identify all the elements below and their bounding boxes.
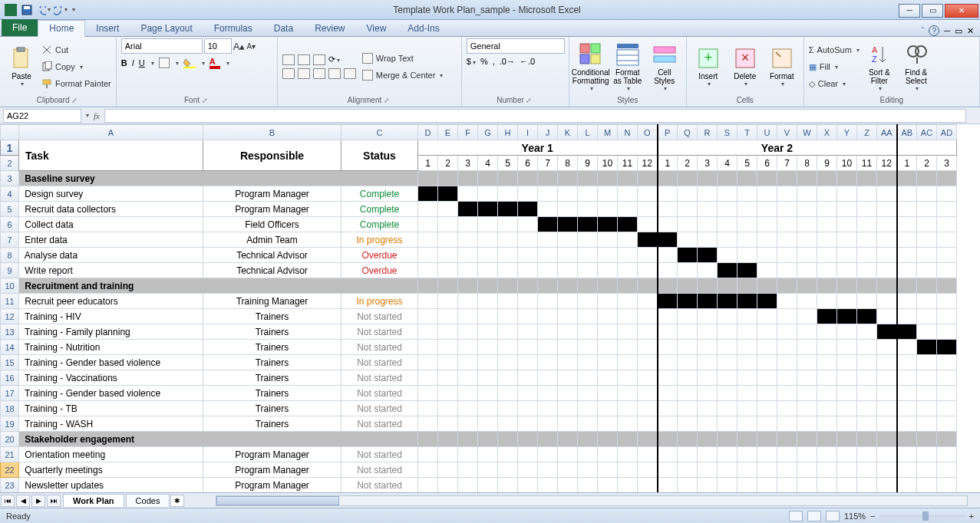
gantt-cell[interactable]	[458, 309, 478, 324]
gantt-cell[interactable]	[737, 447, 757, 462]
gantt-cell[interactable]	[897, 355, 917, 370]
cell-responsible[interactable]: Program Manager	[203, 447, 342, 462]
gantt-cell[interactable]	[897, 232, 917, 248]
col-S[interactable]: S	[718, 125, 737, 140]
col-AC[interactable]: AC	[917, 125, 937, 140]
row-7[interactable]: 7	[1, 232, 19, 248]
cell-task[interactable]: Quarterly meetings	[19, 462, 203, 478]
horizontal-scrollbar[interactable]	[216, 495, 968, 506]
gantt-cell[interactable]	[598, 324, 618, 340]
cell-styles-button[interactable]: Cell Styles▾	[648, 41, 681, 92]
gantt-cell[interactable]	[418, 186, 438, 202]
col-L[interactable]: L	[578, 125, 598, 140]
gantt-cell[interactable]	[877, 447, 897, 462]
gantt-cell[interactable]	[877, 401, 897, 416]
gantt-cell[interactable]	[718, 263, 737, 278]
gantt-cell[interactable]	[518, 447, 538, 462]
gantt-cell[interactable]	[737, 478, 757, 493]
gantt-cell[interactable]	[518, 294, 538, 309]
gantt-cell[interactable]	[578, 202, 598, 217]
gantt-cell[interactable]	[837, 232, 857, 248]
gantt-cell[interactable]	[897, 447, 917, 462]
col-AA[interactable]: AA	[877, 125, 897, 140]
gantt-cell[interactable]	[797, 324, 817, 340]
gantt-cell[interactable]	[917, 324, 937, 340]
gantt-cell[interactable]	[857, 217, 877, 232]
gantt-cell[interactable]	[897, 324, 917, 340]
gantt-cell[interactable]	[618, 462, 638, 478]
row-9[interactable]: 9	[1, 263, 19, 278]
gantt-cell[interactable]	[757, 248, 777, 263]
gantt-cell[interactable]	[498, 248, 518, 263]
gantt-cell[interactable]	[498, 263, 518, 278]
gantt-cell[interactable]	[757, 294, 777, 309]
gantt-cell[interactable]	[877, 294, 897, 309]
gantt-cell[interactable]	[458, 202, 478, 217]
gantt-cell[interactable]	[658, 340, 678, 355]
gantt-cell[interactable]	[937, 478, 957, 493]
gantt-cell[interactable]	[618, 232, 638, 248]
gantt-cell[interactable]	[737, 263, 757, 278]
gantt-cell[interactable]	[558, 478, 578, 493]
gantt-cell[interactable]	[578, 401, 598, 416]
gantt-cell[interactable]	[757, 355, 777, 370]
gantt-cell[interactable]	[698, 232, 718, 248]
gantt-cell[interactable]	[837, 263, 857, 278]
gantt-cell[interactable]	[538, 370, 558, 386]
gantt-cell[interactable]	[478, 232, 498, 248]
gantt-cell[interactable]	[837, 447, 857, 462]
gantt-cell[interactable]	[718, 202, 737, 217]
gantt-cell[interactable]	[817, 478, 837, 493]
col-V[interactable]: V	[777, 125, 797, 140]
gantt-cell[interactable]	[658, 217, 678, 232]
gantt-cell[interactable]	[757, 478, 777, 493]
gantt-cell[interactable]	[917, 447, 937, 462]
cell-responsible[interactable]: Technical Advisor	[203, 263, 342, 278]
cell-responsible[interactable]: Training Manager	[203, 294, 342, 309]
gantt-cell[interactable]	[578, 340, 598, 355]
gantt-cell[interactable]	[438, 202, 458, 217]
gantt-cell[interactable]	[618, 416, 638, 432]
cell-responsible[interactable]: Trainers	[203, 370, 342, 386]
gantt-cell[interactable]	[777, 447, 797, 462]
gantt-cell[interactable]	[658, 370, 678, 386]
gantt-cell[interactable]	[518, 462, 538, 478]
gantt-cell[interactable]	[698, 401, 718, 416]
gantt-cell[interactable]	[718, 370, 737, 386]
gantt-cell[interactable]	[877, 340, 897, 355]
gantt-cell[interactable]	[438, 416, 458, 432]
gantt-cell[interactable]	[558, 386, 578, 401]
gantt-cell[interactable]	[877, 478, 897, 493]
gantt-cell[interactable]	[877, 217, 897, 232]
gantt-cell[interactable]	[678, 186, 698, 202]
gantt-cell[interactable]	[877, 309, 897, 324]
gantt-cell[interactable]	[438, 248, 458, 263]
gantt-cell[interactable]	[438, 294, 458, 309]
gantt-cell[interactable]	[757, 401, 777, 416]
gantt-cell[interactable]	[817, 340, 837, 355]
gantt-cell[interactable]	[558, 248, 578, 263]
gantt-cell[interactable]	[458, 340, 478, 355]
find-select-button[interactable]: Find & Select▾	[899, 41, 933, 92]
gantt-cell[interactable]	[797, 462, 817, 478]
gantt-cell[interactable]	[877, 248, 897, 263]
cell-task[interactable]: Training - HIV	[19, 309, 203, 324]
gantt-cell[interactable]	[518, 202, 538, 217]
gantt-cell[interactable]	[478, 416, 498, 432]
gantt-cell[interactable]	[638, 217, 658, 232]
cell-status[interactable]: In progress	[342, 232, 418, 248]
gantt-cell[interactable]	[917, 202, 937, 217]
gantt-cell[interactable]	[777, 202, 797, 217]
row-16[interactable]: 16	[1, 370, 19, 386]
gantt-cell[interactable]	[578, 478, 598, 493]
gantt-cell[interactable]	[917, 232, 937, 248]
redo-icon[interactable]: ▾	[54, 3, 68, 17]
gantt-cell[interactable]	[937, 232, 957, 248]
gantt-cell[interactable]	[478, 263, 498, 278]
gantt-cell[interactable]	[897, 263, 917, 278]
gantt-cell[interactable]	[897, 478, 917, 493]
gantt-cell[interactable]	[737, 248, 757, 263]
tab-addins[interactable]: Add-Ins	[397, 21, 450, 36]
col-P[interactable]: P	[658, 125, 678, 140]
gantt-cell[interactable]	[777, 324, 797, 340]
